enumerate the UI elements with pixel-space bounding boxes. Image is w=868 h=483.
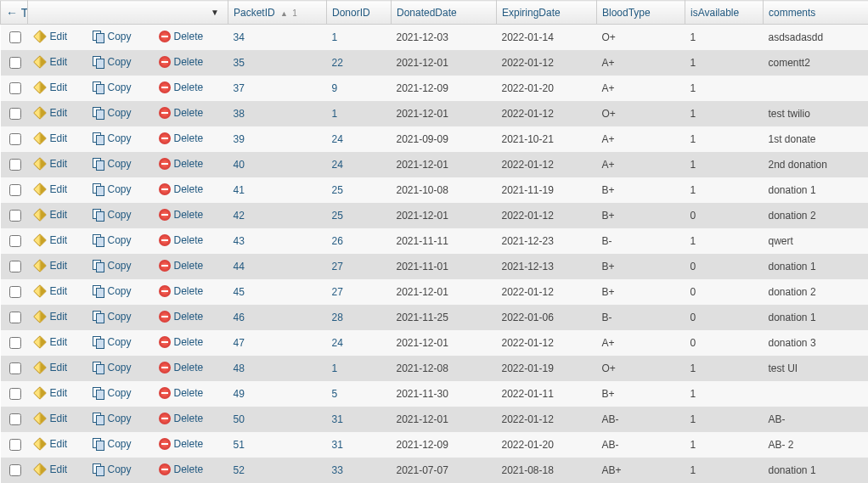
row-checkbox[interactable]	[9, 184, 21, 196]
delete-link[interactable]: Delete	[159, 285, 204, 297]
copy-link[interactable]: Copy	[93, 158, 132, 170]
copy-icon	[93, 413, 104, 424]
row-checkbox[interactable]	[9, 439, 21, 451]
cell-comments: test UI	[764, 356, 869, 381]
delete-link[interactable]: Delete	[159, 209, 204, 221]
copy-link[interactable]: Copy	[93, 209, 132, 221]
row-checkbox[interactable]	[9, 108, 21, 120]
edit-link[interactable]: Edit	[33, 335, 68, 349]
edit-link[interactable]: Edit	[33, 157, 68, 171]
copy-link[interactable]: Copy	[93, 81, 132, 93]
delete-link[interactable]: Delete	[159, 81, 204, 93]
copy-link[interactable]: Copy	[93, 336, 132, 348]
edit-link[interactable]: Edit	[33, 30, 68, 43]
row-checkbox[interactable]	[9, 31, 21, 43]
delete-link[interactable]: Delete	[159, 132, 204, 144]
actions-dropdown-icon[interactable]: ▼	[211, 8, 219, 17]
row-checkbox[interactable]	[9, 57, 21, 69]
copy-link[interactable]: Copy	[93, 56, 132, 68]
edit-link[interactable]: Edit	[33, 437, 68, 451]
column-header-bloodtype[interactable]: BloodType	[597, 1, 685, 25]
copy-link[interactable]: Copy	[93, 260, 132, 272]
edit-link[interactable]: Edit	[33, 463, 68, 476]
delete-link[interactable]: Delete	[159, 336, 204, 348]
edit-link-cell: Edit	[28, 76, 87, 101]
delete-link[interactable]: Delete	[159, 158, 204, 170]
delete-link[interactable]: Delete	[159, 183, 204, 195]
copy-link[interactable]: Copy	[93, 387, 132, 399]
delete-link[interactable]: Delete	[159, 362, 204, 373]
delete-link[interactable]: Delete	[159, 413, 204, 424]
edit-link[interactable]: Edit	[33, 208, 68, 222]
row-checkbox[interactable]	[9, 261, 21, 272]
copy-link[interactable]: Copy	[93, 234, 132, 246]
cell-expiringdate: 2022-01-12	[497, 101, 597, 126]
column-header-packetid[interactable]: PacketID ▲ 1	[228, 1, 327, 25]
copy-link-cell: Copy	[87, 152, 154, 177]
row-checkbox[interactable]	[9, 235, 21, 247]
copy-link[interactable]: Copy	[93, 311, 132, 323]
edit-link[interactable]: Edit	[33, 183, 68, 196]
copy-link[interactable]: Copy	[93, 362, 132, 373]
cell-isavailable: 1	[685, 356, 764, 381]
delete-link[interactable]: Delete	[159, 438, 204, 450]
row-checkbox-cell	[1, 101, 28, 126]
copy-icon	[93, 107, 104, 119]
copy-link-cell: Copy	[87, 228, 154, 254]
copy-link[interactable]: Copy	[93, 285, 132, 297]
row-checkbox[interactable]	[9, 337, 21, 349]
edit-link[interactable]: Edit	[33, 386, 68, 400]
delete-link[interactable]: Delete	[159, 234, 204, 246]
copy-link[interactable]: Copy	[93, 132, 132, 144]
row-checkbox[interactable]	[9, 159, 21, 171]
edit-link[interactable]: Edit	[33, 310, 68, 323]
cell-packetid: 45	[228, 279, 327, 305]
copy-link[interactable]: Copy	[93, 107, 132, 119]
row-checkbox[interactable]	[9, 82, 21, 94]
row-checkbox-cell	[1, 25, 28, 51]
column-header-isavailable[interactable]: isAvailable	[685, 1, 764, 25]
delete-link[interactable]: Delete	[159, 260, 204, 272]
edit-link[interactable]: Edit	[33, 132, 68, 145]
copy-link[interactable]: Copy	[93, 438, 132, 450]
delete-link[interactable]: Delete	[159, 311, 204, 323]
row-checkbox[interactable]	[9, 464, 21, 476]
delete-link[interactable]: Delete	[159, 387, 204, 399]
action-label: Edit	[50, 132, 68, 144]
row-checkbox[interactable]	[9, 413, 21, 425]
cell-bloodtype: B-	[597, 305, 685, 330]
row-checkbox[interactable]	[9, 312, 21, 323]
row-checkbox[interactable]	[9, 133, 21, 145]
edit-link[interactable]: Edit	[33, 106, 68, 120]
copy-link[interactable]: Copy	[93, 31, 132, 42]
delete-link[interactable]: Delete	[159, 56, 204, 68]
cell-expiringdate: 2022-01-11	[497, 381, 597, 407]
row-checkbox[interactable]	[9, 388, 21, 400]
copy-link[interactable]: Copy	[93, 183, 132, 195]
action-label: Delete	[174, 183, 204, 195]
edit-link[interactable]: Edit	[33, 412, 68, 425]
cell-comments	[764, 76, 869, 101]
delete-link[interactable]: Delete	[159, 31, 204, 42]
edit-link[interactable]: Edit	[33, 233, 68, 247]
cell-packetid: 34	[228, 25, 327, 51]
edit-link[interactable]: Edit	[33, 361, 68, 374]
copy-link[interactable]: Copy	[93, 413, 132, 424]
row-checkbox[interactable]	[9, 286, 21, 298]
row-checkbox[interactable]	[9, 210, 21, 222]
column-header-donateddate[interactable]: DonatedDate	[392, 1, 497, 25]
edit-link[interactable]: Edit	[33, 284, 68, 298]
delete-link[interactable]: Delete	[159, 463, 204, 475]
column-header-expiringdate[interactable]: ExpiringDate	[497, 1, 597, 25]
delete-link[interactable]: Delete	[159, 107, 204, 119]
edit-link[interactable]: Edit	[33, 55, 68, 69]
action-label: Edit	[50, 260, 68, 272]
edit-link[interactable]: Edit	[33, 81, 68, 94]
copy-link[interactable]: Copy	[93, 463, 132, 475]
edit-link[interactable]: Edit	[33, 259, 68, 272]
column-header-donorid[interactable]: DonorID	[327, 1, 392, 25]
column-header-comments[interactable]: comments	[764, 1, 869, 25]
row-checkbox[interactable]	[9, 362, 21, 374]
action-label: Copy	[108, 463, 132, 475]
transform-text-icon[interactable]: ← T →	[6, 6, 22, 20]
